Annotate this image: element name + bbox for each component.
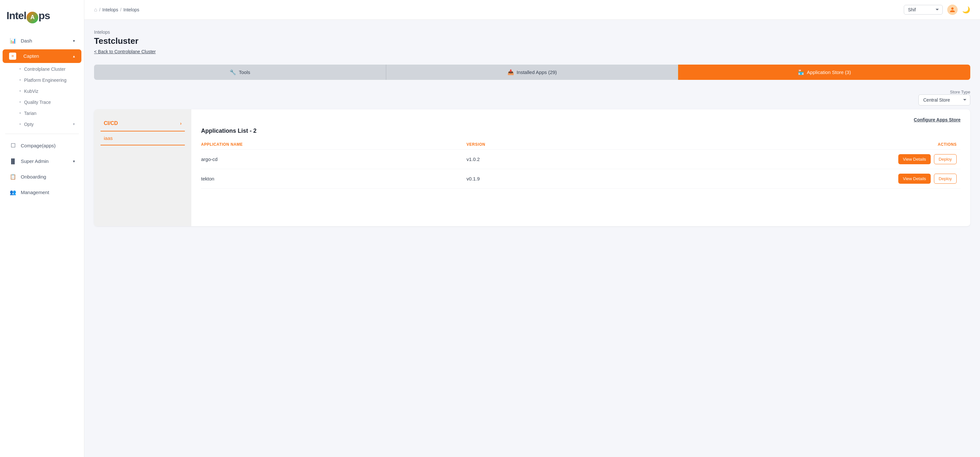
- view-details-button[interactable]: View Details: [898, 174, 931, 184]
- view-details-button[interactable]: View Details: [898, 154, 931, 164]
- breadcrumb-intelops-1[interactable]: Intelops: [102, 7, 118, 12]
- version-cell: v1.0.2: [466, 150, 599, 169]
- actions-cell: View Details Deploy: [599, 169, 961, 189]
- store-type-selector[interactable]: Central Store Local Store: [918, 94, 970, 105]
- sidebar-item-super-admin[interactable]: ▐▌ Super Admin ▾: [3, 154, 81, 168]
- breadcrumb-sep: /: [99, 7, 100, 12]
- content-area: Intelops Testcluster < Back to Controlpl…: [84, 20, 980, 457]
- main-area: ⌂ / Intelops / Intelops Shif Other Org 🌙…: [84, 0, 980, 457]
- page-subtitle: Intelops: [94, 30, 970, 35]
- category-iaas[interactable]: iaas: [100, 131, 185, 145]
- page-header: Intelops Testcluster < Back to Controlpl…: [94, 30, 970, 62]
- table-row: tekton v0.1.9 View Details Deploy: [201, 169, 961, 189]
- configure-apps-store-link[interactable]: Configure Apps Store: [201, 117, 961, 122]
- category-iaas-label: iaas: [104, 135, 113, 141]
- sidebar-item-management[interactable]: 👥 Management: [3, 185, 81, 200]
- category-panel: CI/CD › iaas: [94, 109, 191, 226]
- dark-mode-icon[interactable]: 🌙: [962, 6, 970, 14]
- chevron-down-icon: ▾: [73, 38, 75, 43]
- sidebar-item-label: Super Admin: [21, 158, 49, 164]
- sidebar-item-label: Management: [21, 190, 49, 195]
- tab-tools-label: Tools: [239, 69, 250, 75]
- sidebar-sub-controlplane-cluster[interactable]: Controlplane Cluster: [3, 64, 81, 74]
- logo: IntelAps: [0, 6, 84, 33]
- app-store-icon: 🏪: [798, 69, 804, 75]
- capten-icon: ≡: [9, 53, 16, 60]
- back-to-controlplane-link[interactable]: < Back to Controlplane Cluster: [94, 49, 156, 54]
- sidebar-sub-opty[interactable]: Opty ▾: [3, 119, 81, 129]
- apps-table: APPLICATION NAME VERSION ACTIONS argo-cd…: [201, 139, 961, 189]
- chevron-right-icon: ›: [180, 121, 181, 126]
- logo-prefix: Intel: [6, 10, 26, 21]
- onboarding-icon: 📋: [9, 173, 17, 181]
- sub-item-label: Controlplane Cluster: [24, 67, 65, 72]
- management-icon: 👥: [9, 189, 17, 197]
- tab-installed-apps[interactable]: 📥 Installed Apps (29): [386, 65, 678, 80]
- breadcrumb-sep: /: [120, 7, 122, 12]
- tabs-row: 🔧 Tools 📥 Installed Apps (29) 🏪 Applicat…: [94, 65, 970, 80]
- header-right: Shif Other Org 🌙: [904, 5, 970, 15]
- sidebar-item-compage[interactable]: ☐ Compage(apps): [3, 139, 81, 153]
- tab-installed-apps-label: Installed Apps (29): [517, 69, 557, 75]
- deploy-button[interactable]: Deploy: [934, 154, 957, 164]
- app-name-cell: argo-cd: [201, 150, 466, 169]
- store-type-row: Store Type Central Store Local Store: [94, 89, 970, 105]
- user-icon[interactable]: [947, 5, 958, 15]
- sidebar-item-label: Onboarding: [21, 174, 46, 179]
- sidebar-sub-platform-engineering[interactable]: Platform Engineering: [3, 75, 81, 85]
- org-selector[interactable]: Shif Other Org: [904, 5, 943, 14]
- apps-list-title: Applications List - 2: [201, 128, 961, 134]
- sidebar-item-label: Dash: [21, 38, 32, 43]
- dash-icon: 📊: [9, 37, 17, 45]
- chevron-up-icon: ▴: [73, 54, 75, 58]
- sub-item-label: Opty: [24, 122, 34, 127]
- actions-cell: View Details Deploy: [599, 150, 961, 169]
- sub-item-label: KubViz: [24, 89, 38, 94]
- sidebar-sub-kubviz[interactable]: KubViz: [3, 86, 81, 96]
- category-cicd[interactable]: CI/CD ›: [100, 116, 185, 131]
- sidebar-sub-quality-trace[interactable]: Quality Trace: [3, 97, 81, 107]
- tab-app-store-label: Application Store (3): [807, 69, 851, 75]
- sidebar-sub-tarian[interactable]: Tarian: [3, 108, 81, 118]
- sidebar-item-label: Capten: [23, 53, 39, 59]
- sub-item-label: Platform Engineering: [24, 78, 67, 83]
- sidebar-item-dash[interactable]: 📊 Dash ▾: [3, 34, 81, 48]
- col-app-name: APPLICATION NAME: [201, 139, 466, 150]
- main-panel: CI/CD › iaas Configure Apps Store Applic…: [94, 109, 970, 226]
- sub-item-label: Quality Trace: [24, 100, 51, 105]
- tab-app-store[interactable]: 🏪 Application Store (3): [678, 65, 970, 80]
- sidebar-item-capten[interactable]: ≡ Capten ▴: [3, 50, 81, 63]
- app-name-cell: tekton: [201, 169, 466, 189]
- col-version: VERSION: [466, 139, 599, 150]
- chevron-down-icon: ▾: [73, 159, 75, 164]
- logo-suffix: ps: [38, 10, 50, 21]
- apps-panel: Configure Apps Store Applications List -…: [191, 109, 970, 226]
- breadcrumb-intelops-2[interactable]: Intelops: [124, 7, 140, 12]
- breadcrumb: ⌂ / Intelops / Intelops: [94, 7, 140, 13]
- sidebar: IntelAps 📊 Dash ▾ ≡ Capten ▴ Controlplan…: [0, 0, 84, 457]
- sidebar-item-label: Compage(apps): [21, 143, 56, 148]
- page-title: Testcluster: [94, 36, 970, 46]
- store-type-label: Store Type: [950, 89, 970, 94]
- category-cicd-label: CI/CD: [104, 120, 118, 126]
- table-row: argo-cd v1.0.2 View Details Deploy: [201, 150, 961, 169]
- header: ⌂ / Intelops / Intelops Shif Other Org 🌙: [84, 0, 980, 20]
- sub-item-label: Tarian: [24, 111, 36, 116]
- installed-apps-icon: 📥: [508, 69, 514, 75]
- compage-icon: ☐: [9, 142, 17, 150]
- sidebar-item-onboarding[interactable]: 📋 Onboarding: [3, 170, 81, 184]
- tab-tools[interactable]: 🔧 Tools: [94, 65, 386, 80]
- version-cell: v0.1.9: [466, 169, 599, 189]
- col-actions: ACTIONS: [599, 139, 961, 150]
- home-icon: ⌂: [94, 7, 97, 13]
- logo-circle: A: [27, 12, 38, 23]
- chevron-down-icon: ▾: [73, 122, 75, 126]
- deploy-button[interactable]: Deploy: [934, 174, 957, 184]
- tools-icon: 🔧: [230, 69, 236, 75]
- super-admin-icon: ▐▌: [9, 157, 17, 165]
